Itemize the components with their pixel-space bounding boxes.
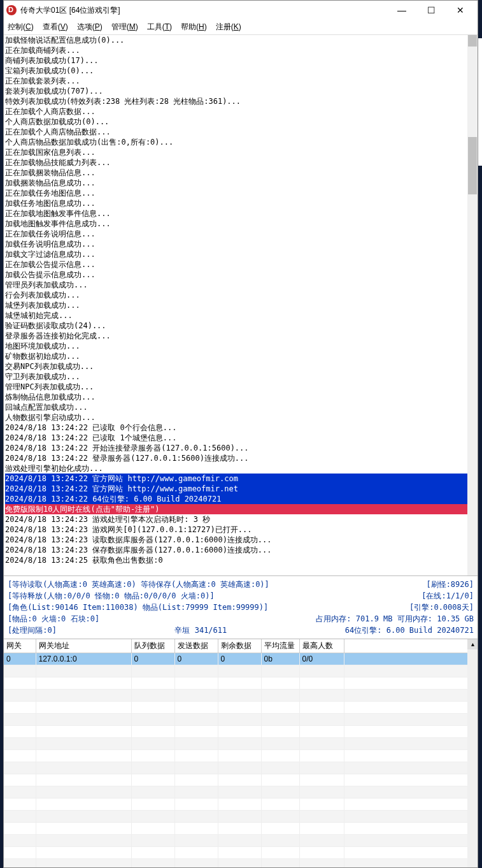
stat-engine-build: 64位引擎: 6.00 Build 20240721 (345, 625, 474, 636)
log-line: 加载捆装物品信息成功... (5, 178, 476, 188)
column-header[interactable]: 网关 (4, 639, 36, 653)
stat-memory: 占用内存: 701.9 MB 可用内存: 10.35 GB (316, 613, 474, 625)
log-line: 正在加载个人商店数据... (5, 106, 476, 117)
stat-role-item: [角色(List:90146 Item:110038) 物品(List:7999… (8, 602, 268, 613)
log-line: 正在加载捆装物品信息... (5, 168, 476, 178)
log-line: 矿物数据初始成功... (5, 351, 476, 361)
close-button[interactable]: ✕ (446, 1, 475, 20)
app-icon (6, 5, 17, 15)
scrollbar-thumb[interactable] (468, 35, 477, 47)
table-cell: 0 (218, 653, 261, 665)
log-line: 正在加载任务说明信息... (5, 229, 476, 239)
log-line: 正在加载商铺列表... (5, 45, 476, 55)
log-line: 交易NPC列表加载成功... (5, 361, 476, 372)
table-cell: 0b (261, 653, 299, 665)
log-line: 正在加载物品技能威力列表... (5, 157, 476, 168)
stat-wait-release: [等待释放(人物:0/0/0 怪物:0 物品:0/0/0/0 火墙:0)] (8, 590, 215, 602)
menu-view[interactable]: 查看(V) (43, 22, 68, 33)
main-window: 传奇大学01区 [64位游戏引擎] — ☐ ✕ 控制(C) 查看(V) 选项(P… (3, 0, 478, 868)
log-line: 人物数据引擎启动成功... (5, 412, 476, 423)
log-line: 正在加载公告提示信息... (5, 259, 476, 270)
table-row[interactable] (4, 665, 478, 677)
table-row[interactable] (4, 799, 478, 811)
gateway-table[interactable]: 网关网关地址队列数据发送数据剩余数据平均流量最高人数 0127.0.0.1:00… (4, 639, 478, 867)
log-line: 守卫列表加载成功... (5, 372, 476, 382)
log-line: 2024/8/18 13:24:22 64位引擎: 6.00 Build 202… (5, 494, 476, 504)
log-line: 回城点配置加载成功... (5, 402, 476, 412)
table-row[interactable] (4, 750, 478, 762)
column-header[interactable]: 发送数据 (174, 639, 218, 653)
table-row[interactable] (4, 823, 478, 835)
table-row[interactable] (4, 714, 478, 726)
log-line: 地图环境加载成功... (5, 341, 476, 351)
table-cell: 0 (174, 653, 218, 665)
log-line: 2024/8/18 13:24:23 游戏网关[0](127.0.0.1:127… (5, 524, 476, 535)
table-row[interactable] (4, 859, 478, 868)
table-cell: 127.0.0.1:0 (36, 653, 131, 665)
table-row[interactable] (4, 835, 478, 847)
log-line: 加载任务地图信息成功... (5, 198, 476, 208)
table-row[interactable] (4, 726, 478, 738)
gateway-grid-pane: 网关网关地址队列数据发送数据剩余数据平均流量最高人数 0127.0.0.1:00… (4, 639, 478, 867)
table-cell: 0 (131, 653, 174, 665)
minimize-button[interactable]: — (387, 1, 416, 20)
menu-tools[interactable]: 工具(T) (147, 22, 172, 33)
log-line: 2024/8/18 13:24:23 读取数据库服务器(127.0.0.1:60… (5, 535, 476, 545)
table-row[interactable] (4, 847, 478, 859)
menu-help[interactable]: 帮助(H) (181, 22, 207, 33)
table-cell: 0/0 (299, 653, 344, 665)
log-line: 正在加载套装列表... (5, 76, 476, 86)
table-row[interactable] (4, 774, 478, 786)
titlebar[interactable]: 传奇大学01区 [64位游戏引擎] — ☐ ✕ (4, 1, 478, 20)
menu-control[interactable]: 控制(C) (8, 22, 34, 33)
column-header[interactable]: 剩余数据 (218, 639, 261, 653)
scroll-up-icon[interactable]: ▴ (467, 639, 478, 649)
log-line: 加载任务说明信息成功... (5, 239, 476, 249)
log-line: 套装列表加载成功(707)... (5, 86, 476, 96)
column-header[interactable]: 队列数据 (131, 639, 174, 653)
window-title: 传奇大学01区 [64位游戏引擎] (20, 5, 120, 16)
log-line: 正在加载个人商店物品数据... (5, 127, 476, 137)
log-line: 免费版限制10人同时在线(点击"帮助-注册") (5, 504, 476, 514)
scrollbar-thumb[interactable] (468, 137, 477, 194)
log-line: 城堡列表加载成功... (5, 300, 476, 310)
table-row[interactable]: 0127.0.0.1:00000b0/0 (4, 653, 478, 665)
log-line: 个人商店物品数据加载成功(出售:0,所有:0)... (5, 137, 476, 147)
table-row[interactable] (4, 738, 478, 750)
log-line: 炼制物品信息加载成功... (5, 392, 476, 402)
log-line: 2024/8/18 13:24:22 已读取 0个行会信息... (5, 423, 476, 433)
log-line: 游戏处理引擎初始化成功... (5, 463, 476, 474)
log-line: 加载怪物说话配置信息成功(0)... (5, 35, 476, 45)
table-row[interactable] (4, 690, 478, 702)
menubar: 控制(C) 查看(V) 选项(P) 管理(M) 工具(T) 帮助(H) 注册(K… (4, 20, 478, 35)
menu-manage[interactable]: 管理(M) (111, 22, 138, 33)
log-line: 2024/8/18 13:24:22 已读取 1个城堡信息... (5, 433, 476, 443)
log-line: 特效列表加载成功(特效列表:238 光柱列表:28 光柱物品:361)... (5, 96, 476, 106)
menu-options[interactable]: 选项(P) (77, 22, 103, 33)
log-scrollbar[interactable] (467, 35, 478, 575)
stat-location: 辛垣 341/611 (174, 625, 227, 636)
column-header[interactable]: 网关地址 (36, 639, 131, 653)
menu-register[interactable]: 注册(K) (216, 22, 241, 33)
stat-engine-uptime: [引擎:0.0008天] (409, 602, 474, 613)
column-header[interactable]: 最高人数 (299, 639, 344, 653)
maximize-button[interactable]: ☐ (416, 1, 446, 20)
log-line: 2024/8/18 13:24:25 获取角色出售数据:0 (5, 555, 476, 565)
log-line: 行会列表加载成功... (5, 290, 476, 300)
log-line: 加载文字过滤信息成功... (5, 249, 476, 259)
table-row[interactable] (4, 811, 478, 823)
grid-scrollbar[interactable]: ▴ (467, 639, 478, 867)
log-line: 管理员列表加载成功... (5, 280, 476, 290)
table-row[interactable] (4, 677, 478, 690)
log-line: 验证码数据读取成功(24)... (5, 321, 476, 331)
table-row[interactable] (4, 786, 478, 799)
stats-pane: [等待读取(人物高速:0 英雄高速:0) 等待保存(人物高速:0 英雄高速:0)… (4, 575, 478, 639)
table-cell: 0 (4, 653, 36, 665)
log-line: 正在加载地图触发事件信息... (5, 208, 476, 219)
log-line: 城堡城初始完成... (5, 310, 476, 321)
log-line: 管理NPC列表加载成功... (5, 382, 476, 392)
table-row[interactable] (4, 762, 478, 774)
column-header[interactable]: 平均流量 (261, 639, 299, 653)
table-row[interactable] (4, 702, 478, 714)
log-pane[interactable]: 加载怪物说话配置信息成功(0)...正在加载商铺列表...商铺列表加载成功(17… (4, 35, 478, 575)
